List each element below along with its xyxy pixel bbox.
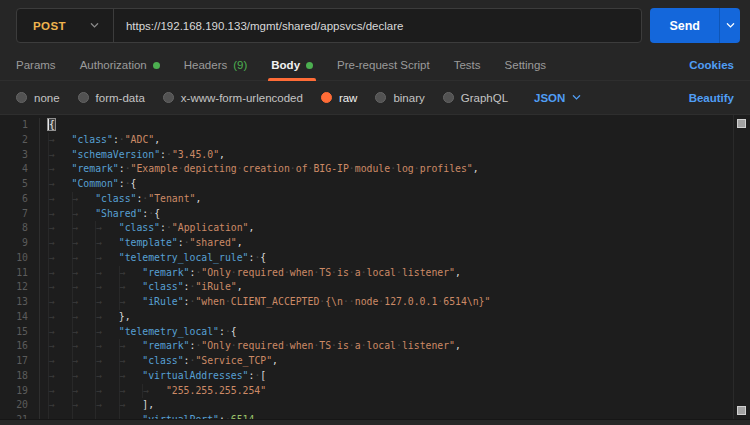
beautify-link[interactable]: Beautify [689,92,734,104]
tab-pre-request-script[interactable]: Pre-request Script [337,50,430,80]
green-dot [153,62,160,69]
tab-body[interactable]: Body [271,50,313,80]
code-line: 19→→→→→"255.255.255.254" [0,384,750,399]
code-line: 7→→"Shared":·{ [0,207,750,222]
request-bar: POST Send [0,0,750,50]
tab-tests[interactable]: Tests [454,50,481,80]
code-lines: 1{2→"class":·"ADC",3→"schemaVersion":·"3… [0,115,750,425]
code-line: 10→→→"telemetry_local_rule":·{ [0,251,750,266]
code-line: 5→"Common":·{ [0,177,750,192]
line-number: 4 [0,162,40,177]
code-line: 3→"schemaVersion":·"3.45.0", [0,148,750,163]
tab-authorization[interactable]: Authorization [80,50,160,80]
code-line: 8→→→"class":·"Application", [0,221,750,236]
line-number: 13 [0,295,40,310]
code-line: 6→→"class":·"Tenant", [0,192,750,207]
chevron-down-icon [726,18,735,33]
line-number: 18 [0,369,40,384]
code-line: 1{ [0,118,750,133]
code-line: 14→→→}, [0,310,750,325]
line-number: 9 [0,236,40,251]
code-line: 12→→→→"class":·"iRule", [0,280,750,295]
line-number: 15 [0,325,40,340]
code-line: 11→→→→"remark":·"Only·required·when·TS·i… [0,266,750,281]
code-line: 16→→→→"remark":·"Only·required·when·TS·i… [0,339,750,354]
method-selector[interactable]: POST [17,9,113,42]
horizontal-scrollbar[interactable] [0,419,750,425]
radio-icon [163,92,174,103]
code-line: 2→"class":·"ADC", [0,133,750,148]
chevron-down-icon [90,21,99,30]
radio-none[interactable]: none [16,92,60,104]
code-line: 4→"remark":·"Example·depicting·creation·… [0,162,750,177]
radio-raw[interactable]: raw [321,92,358,104]
line-number: 17 [0,354,40,369]
url-input[interactable] [114,9,642,42]
radio-selected-icon [321,92,332,103]
method-label: POST [33,20,66,32]
line-number: 16 [0,339,40,354]
code-line: 18→→→→"virtualAddresses":·[ [0,369,750,384]
cookies-link[interactable]: Cookies [689,59,734,71]
scrollbar-thumb[interactable] [737,119,746,128]
url-container: POST [16,8,642,43]
send-options-button[interactable] [719,8,740,43]
line-number: 8 [0,221,40,236]
line-number: 6 [0,192,40,207]
format-dropdown[interactable]: JSON [534,92,581,104]
radio-x-www-form-urlencoded[interactable]: x-www-form-urlencoded [163,92,303,104]
line-number: 19 [0,384,40,399]
code-line: 13→→→→"iRule":·"when·CLIENT_ACCEPTED·{\n… [0,295,750,310]
line-number: 10 [0,251,40,266]
line-number: 11 [0,266,40,281]
chevron-down-icon [572,92,581,104]
scrollbar-thumb[interactable] [737,406,746,415]
radio-icon [375,92,386,103]
code-line: 15→→→"telemetry_local":·{ [0,325,750,340]
radio-form-data[interactable]: form-data [78,92,145,104]
vertical-scrollbar[interactable] [733,115,750,419]
line-number: 1 [0,118,40,133]
request-tabs: Params Authorization Headers(9) Body Pre… [0,50,750,81]
line-number: 7 [0,207,40,222]
line-number: 12 [0,280,40,295]
radio-binary[interactable]: binary [375,92,424,104]
headers-count: (9) [233,59,247,71]
radio-icon [16,92,27,103]
radio-graphql[interactable]: GraphQL [443,92,508,104]
radio-icon [78,92,89,103]
code-line: 20→→→→], [0,398,750,413]
tab-headers[interactable]: Headers(9) [184,50,248,80]
line-number: 20 [0,398,40,413]
tab-settings[interactable]: Settings [505,50,547,80]
code-line: 17→→→→"class":·"Service_TCP", [0,354,750,369]
tab-params[interactable]: Params [16,50,56,80]
green-dot [306,62,313,69]
line-number: 2 [0,133,40,148]
radio-icon [443,92,454,103]
code-line: 9→→→"template":·"shared", [0,236,750,251]
line-number: 3 [0,148,40,163]
line-number: 14 [0,310,40,325]
body-type-selector: none form-data x-www-form-urlencoded raw… [0,81,750,114]
send-group: Send [650,8,740,43]
line-number: 5 [0,177,40,192]
code-editor[interactable]: 1{2→"class":·"ADC",3→"schemaVersion":·"3… [0,114,750,425]
send-button[interactable]: Send [650,8,719,43]
